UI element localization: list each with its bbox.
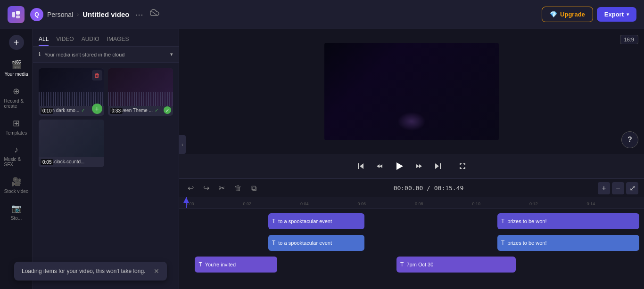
playhead[interactable] (186, 197, 187, 208)
breadcrumb-personal[interactable]: Personal (47, 11, 73, 18)
panel-collapse-handle[interactable]: ‹ (179, 135, 186, 154)
main-area: + 🎬 Your media ⊕ Record & create ⊞ Templ… (0, 29, 644, 289)
svg-rect-4 (358, 163, 359, 169)
undo-button[interactable]: ↩ (185, 182, 197, 194)
cut-button[interactable]: ✂ (216, 182, 228, 194)
tab-images[interactable]: IMAGES (107, 33, 129, 46)
media-check-icon: ✓ (81, 108, 85, 113)
sidebar-item-stock-images[interactable]: 📷 Sto... (2, 200, 31, 225)
media-item[interactable]: ✓ 0:33 Halloween Theme ... ✓ (108, 68, 173, 116)
svg-rect-7 (440, 163, 441, 169)
app-logo (8, 6, 25, 23)
timeline-toolbar: ↩ ↪ ✂ 🗑 ⧉ 00:00.00 / 00:15.49 + − ⤢ (179, 178, 644, 197)
media-tabs: ALL VIDEO AUDIO IMAGES (33, 29, 179, 47)
tab-video[interactable]: VIDEO (56, 33, 74, 46)
clip-block[interactable]: T 7pm Oct 30 (396, 257, 516, 273)
upgrade-button[interactable]: 💎 Upgrade (542, 7, 593, 22)
media-grid: 🗑 + 0:10 Motion dark smo... ✓ ✓ 0:33 Hal… (33, 63, 179, 173)
sidebar-item-templates[interactable]: ⊞ Templates (2, 114, 31, 139)
add-media-button[interactable]: + (9, 35, 24, 50)
media-icon: 🎬 (11, 59, 22, 70)
tab-all[interactable]: ALL (39, 33, 49, 46)
clip-block[interactable]: T prizes to be won! (497, 235, 639, 251)
track-inner: T to a spooktacular event T prizes to be… (186, 211, 644, 231)
clip-block[interactable]: T You're invited (195, 257, 277, 273)
rewind-button[interactable] (374, 161, 385, 172)
skip-to-start-button[interactable] (355, 161, 366, 172)
user-avatar: Q (30, 8, 43, 21)
ruler-mark: 0:04 (300, 201, 358, 206)
aspect-ratio-badge[interactable]: 16:9 (620, 35, 638, 44)
ruler-mark: 0:00 (186, 201, 243, 206)
clip-block[interactable]: T to a spooktacular event (268, 213, 364, 229)
play-button[interactable] (393, 160, 406, 173)
timeline-time: 00:00.00 / 00:15.49 (263, 185, 594, 192)
zoom-out-button[interactable]: − (612, 182, 624, 194)
sidebar-item-music-sfx[interactable]: ♪ Music & SFX (2, 141, 31, 171)
fit-timeline-button[interactable]: ⤢ (626, 182, 638, 194)
center-content: 16:9 ? (179, 29, 644, 289)
track-inner: T to a spooktacular event T prizes to be… (186, 233, 644, 253)
media-check-icon: ✓ (155, 108, 158, 113)
help-button[interactable]: ? (621, 131, 638, 148)
media-item[interactable]: 0:05 mixkit-clock-countd... (39, 120, 104, 167)
video-canvas (324, 43, 499, 140)
header: Q Personal › Untitled video ⋯ 💎 Upgrade … (0, 0, 644, 29)
media-thumbnail (108, 68, 173, 106)
text-clip-icon: T (198, 261, 202, 268)
toast-close-button[interactable]: ✕ (154, 267, 159, 275)
text-clip-icon: T (272, 240, 275, 246)
ruler-mark: 0:06 (358, 201, 415, 206)
svg-marker-6 (396, 162, 403, 170)
media-panel: ALL VIDEO AUDIO IMAGES ℹ Your media isn'… (33, 29, 179, 289)
track-inner: T You're invited T 7pm Oct 30 (186, 255, 644, 274)
timeline-tracks: T to a spooktacular event T prizes to be… (179, 209, 644, 289)
clip-block[interactable]: T to a spooktacular event (268, 235, 364, 251)
cloud-icon (149, 9, 159, 20)
header-actions: 💎 Upgrade Export ▾ (542, 7, 636, 22)
clip-block[interactable]: T prizes to be won! (497, 213, 639, 229)
sidebar-item-record-create[interactable]: ⊕ Record & create (2, 82, 31, 112)
text-clip-icon: T (400, 261, 404, 268)
timeline-area: 0:00 0:02 0:04 0:06 0:08 0:10 0:12 0:14 (179, 197, 644, 289)
skip-to-end-button[interactable] (432, 161, 444, 172)
text-clip-icon: T (272, 218, 275, 225)
media-duration: 0:05 (41, 159, 53, 165)
redo-button[interactable]: ↪ (200, 182, 212, 194)
svg-rect-0 (12, 12, 15, 17)
sidebar-item-stock-video[interactable]: 🎥 Stock video (2, 173, 31, 198)
duplicate-button[interactable]: ⧉ (248, 182, 259, 194)
cloud-storage-notice[interactable]: ℹ Your media isn't stored in the cloud ▾ (33, 47, 179, 63)
project-title[interactable]: Untitled video (83, 10, 129, 18)
cloud-notice-chevron-icon: ▾ (170, 51, 173, 57)
ruler-mark: 0:14 (587, 201, 644, 206)
delete-button[interactable]: 🗑 (231, 182, 245, 194)
media-duration: 0:10 (41, 108, 53, 114)
export-button[interactable]: Export ▾ (597, 7, 636, 22)
tab-audio[interactable]: AUDIO (82, 33, 99, 46)
ruler-mark: 0:08 (415, 201, 472, 206)
media-add-button[interactable]: + (92, 104, 102, 114)
waveform-visual (108, 92, 173, 106)
toast-notification: Loading items for your video, this won't… (14, 262, 167, 281)
svg-rect-1 (16, 11, 20, 15)
project-menu-button[interactable]: ⋯ (133, 8, 145, 22)
ruler-mark: 0:02 (243, 201, 301, 206)
sidebar-item-your-media[interactable]: 🎬 Your media (2, 56, 31, 80)
svg-marker-8 (435, 163, 439, 169)
info-icon: ℹ (39, 51, 41, 57)
breadcrumb-separator: › (77, 11, 79, 18)
timeline-ruler: 0:00 0:02 0:04 0:06 0:08 0:10 0:12 0:14 (179, 197, 644, 209)
media-duration: 0:33 (110, 108, 123, 114)
ruler-mark: 0:10 (472, 201, 530, 206)
media-delete-button[interactable]: 🗑 (92, 70, 102, 80)
text-clip-icon: T (501, 218, 504, 225)
track-row: T You're invited T 7pm Oct 30 (179, 255, 644, 274)
track-row: T to a spooktacular event T prizes to be… (179, 233, 644, 253)
fullscreen-button[interactable] (457, 161, 468, 172)
video-preview: 16:9 ? (179, 29, 644, 154)
fast-forward-button[interactable] (413, 161, 425, 172)
zoom-in-button[interactable]: + (598, 182, 610, 194)
breadcrumb: Q Personal › Untitled video ⋯ (30, 8, 542, 22)
media-item[interactable]: 🗑 + 0:10 Motion dark smo... ✓ (39, 68, 104, 116)
